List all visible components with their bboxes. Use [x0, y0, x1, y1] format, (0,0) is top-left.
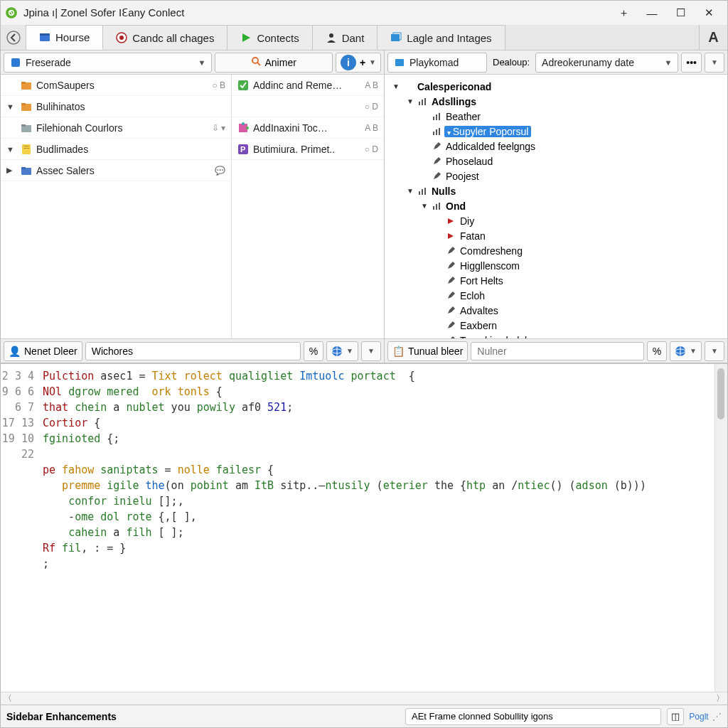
outline-item[interactable]: Fort Helts: [386, 273, 724, 288]
tree-item[interactable]: ▶Assec Salers💬: [1, 160, 231, 181]
svg-rect-44: [422, 189, 423, 195]
globe-button[interactable]: ▼: [326, 341, 358, 361]
outline-item[interactable]: Advaltes: [386, 303, 724, 318]
tab-hourse[interactable]: Hourse: [26, 25, 103, 50]
left-filter-bar: 👤 Nenet Dleer % ▼ ▼: [1, 338, 384, 363]
tree-item[interactable]: Addinc and Reme…A B: [232, 75, 384, 96]
percent-button[interactable]: %: [647, 341, 667, 361]
add-button[interactable]: i + ▼: [336, 53, 381, 73]
filter-icon: 📋: [392, 346, 405, 357]
outline-item[interactable]: Comdresheng: [386, 243, 724, 258]
outline-item[interactable]: ▼Calespericonad: [386, 79, 724, 94]
images-icon: [390, 32, 402, 43]
tree-item[interactable]: ▼Budlimades: [1, 139, 231, 160]
sort-combo[interactable]: Adreokerunamy date ▼: [535, 53, 678, 73]
status-left: Sidebar Enhancements: [6, 711, 117, 722]
svg-rect-42: [439, 128, 440, 135]
scroll-right-icon[interactable]: 〉: [716, 692, 724, 705]
freserade-combo[interactable]: Freserade ▼: [4, 53, 212, 73]
svg-line-12: [257, 63, 260, 65]
left-panel: Freserade ▼ Animer i + ▼ ComSaupers○ B▼B…: [1, 50, 385, 363]
percent-button[interactable]: %: [304, 341, 323, 361]
outline-item[interactable]: Typerking helel: [386, 333, 724, 338]
filter-icon: 👤: [9, 346, 21, 357]
status-panel-button[interactable]: ◫: [667, 708, 684, 725]
scrollbar-thumb[interactable]: [717, 368, 724, 419]
tree-item[interactable]: ○ D: [232, 96, 384, 117]
nenet-dleer-button[interactable]: 👤 Nenet Dleer: [4, 341, 82, 361]
scroll-left-icon[interactable]: 〈: [4, 692, 12, 705]
minimize-button[interactable]: —: [638, 3, 666, 23]
outline-item[interactable]: ▼Adsllings: [386, 94, 724, 109]
chevron-down-icon: ▼: [369, 58, 376, 66]
svg-rect-23: [21, 167, 26, 169]
svg-point-5: [119, 36, 124, 40]
app-window: Jpina ı| Zonel Sofer IƐany Conlect ＋ — ☐…: [0, 0, 728, 728]
main-area: Freserade ▼ Animer i + ▼ ComSaupers○ B▼B…: [1, 50, 727, 705]
tab-lagle[interactable]: Lagle and Intages: [378, 25, 505, 50]
tree-item[interactable]: ComSaupers○ B: [1, 75, 231, 96]
nav-back-button[interactable]: [1, 25, 26, 50]
svg-rect-18: [21, 124, 26, 127]
tree-item[interactable]: PButimiura. Primet..○ D: [232, 139, 384, 160]
outline-item[interactable]: Phoselaud: [386, 154, 724, 168]
svg-marker-50: [448, 233, 454, 239]
tab-label: Hourse: [55, 31, 90, 43]
more-dropdown[interactable]: ▼: [361, 341, 381, 361]
outline-item[interactable]: Poojest: [386, 168, 724, 183]
outline-item[interactable]: Ecloh: [386, 288, 724, 303]
status-globe-button[interactable]: Poglt: [690, 708, 707, 725]
sort-value: Adreokerunamy date: [542, 57, 660, 68]
svg-rect-34: [419, 102, 420, 105]
search-icon: [251, 56, 261, 68]
vertical-scrollbar[interactable]: [714, 364, 727, 692]
outline-item[interactable]: Higgllenscom: [386, 258, 724, 273]
font-size-button[interactable]: A: [699, 25, 727, 50]
outline-item[interactable]: Diy: [386, 213, 724, 228]
filter-btn-label: Tunual bleer: [408, 346, 463, 357]
tab-contects[interactable]: Contects: [228, 25, 312, 50]
person-icon: [326, 32, 337, 43]
more-dropdown[interactable]: ▼: [705, 341, 724, 361]
filter-btn-label: Nenet Dleer: [24, 346, 77, 357]
outline-item[interactable]: ▼Nulls: [386, 183, 724, 198]
svg-rect-43: [419, 191, 420, 195]
svg-rect-35: [422, 100, 423, 105]
code-editor[interactable]: 2 3 4 9 6 6 6 7 17 13 19 10 22 Pulction …: [1, 363, 727, 692]
left-toolbar: Freserade ▼ Animer i + ▼: [1, 50, 384, 75]
playkomad-combo[interactable]: Playkomad: [387, 53, 487, 73]
new-tab-button[interactable]: ＋: [609, 3, 638, 23]
title-bar: Jpina ı| Zonel Sofer IƐany Conlect ＋ — ☐…: [1, 1, 727, 25]
tree-item[interactable]: AddInaxini Toc…A B: [232, 117, 384, 139]
right-filter-input[interactable]: [471, 342, 644, 360]
tab-dant[interactable]: Dant: [313, 25, 378, 50]
svg-rect-36: [424, 98, 426, 105]
maximize-button[interactable]: ☐: [666, 3, 695, 23]
more-menu[interactable]: •••: [681, 53, 702, 73]
tab-bar: Hourse Candc all chages Contects Dant La…: [1, 25, 727, 50]
tab-icon: [39, 31, 50, 43]
outline-tree: ▼Calespericonad▼AdsllingsBeather▾ Supyle…: [385, 75, 727, 338]
outline-item[interactable]: ▾ Supyler Poporsul: [386, 124, 724, 139]
animer-search[interactable]: Animer: [215, 53, 332, 73]
outline-item[interactable]: Eaxbern: [386, 318, 724, 333]
code-content[interactable]: Pulction asec1 = Tixt rolect qualigliet …: [40, 364, 714, 692]
tunual-bleer-button[interactable]: 📋 Tunual bleer: [387, 341, 468, 361]
svg-rect-16: [21, 103, 26, 105]
status-resize-grip[interactable]: ⋰: [712, 711, 722, 722]
tree-item[interactable]: Filehionah Courlors⇩ ▾: [1, 117, 231, 139]
left-filter-input[interactable]: [85, 342, 301, 360]
horizontal-scrollbar[interactable]: 〈 〉: [1, 692, 727, 705]
close-button[interactable]: ✕: [695, 3, 723, 23]
outline-item[interactable]: Beather: [386, 109, 724, 124]
svg-marker-6: [242, 33, 250, 42]
globe-button[interactable]: ▼: [670, 341, 702, 361]
tree-item[interactable]: ▼Bulihinatos: [1, 96, 231, 117]
status-field[interactable]: [405, 708, 661, 725]
dropdown-menu[interactable]: ▼: [705, 53, 724, 73]
outline-item[interactable]: ▼Ond: [386, 198, 724, 213]
tab-candc[interactable]: Candc all chages: [103, 25, 228, 50]
outline-item[interactable]: Addicalded feelgngs: [386, 139, 724, 154]
search-label: Animer: [264, 57, 296, 68]
outline-item[interactable]: Fatan: [386, 228, 724, 243]
